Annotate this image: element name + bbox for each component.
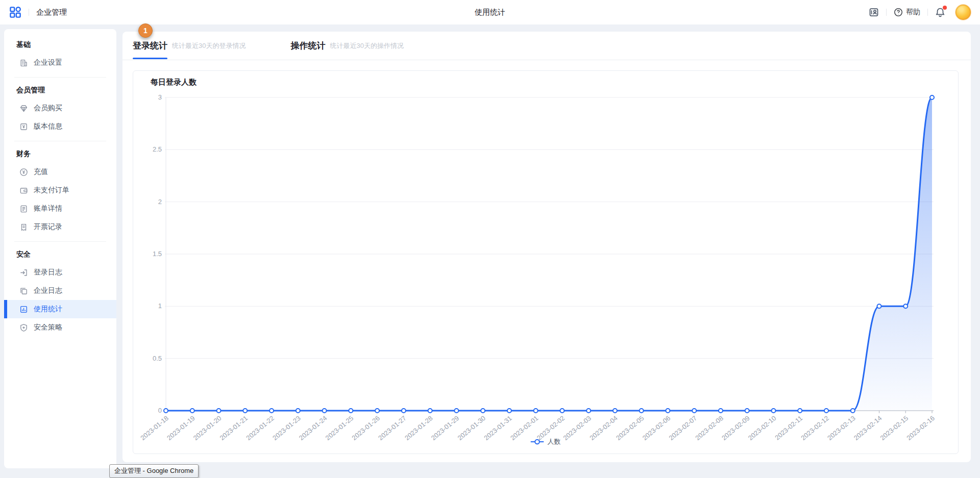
data-point[interactable] — [349, 409, 353, 413]
svg-text:2023-02-04: 2023-02-04 — [588, 414, 619, 442]
sidebar-item-企业设置[interactable]: 企业设置 — [4, 54, 116, 72]
data-point[interactable] — [164, 409, 168, 413]
data-point[interactable] — [375, 409, 379, 413]
sidebar-item-版本信息[interactable]: 版本信息 — [4, 117, 116, 136]
svg-text:2023-02-14: 2023-02-14 — [852, 414, 884, 442]
sidebar-item-账单详情[interactable]: 账单详情 — [4, 199, 116, 218]
data-point[interactable] — [190, 409, 194, 413]
chart-card: 每日登录人数 00.511.522.532023-01-182023-01-19… — [133, 70, 959, 454]
contact-card-icon[interactable] — [869, 7, 879, 17]
data-point[interactable] — [454, 409, 458, 413]
data-point[interactable] — [851, 409, 855, 413]
header-right: 帮助 — [869, 5, 971, 20]
app-grid-icon[interactable] — [9, 6, 21, 18]
svg-text:1: 1 — [158, 302, 162, 310]
sidebar-divider — [14, 77, 106, 78]
data-point[interactable] — [217, 409, 221, 413]
sidebar-section-title: 安全 — [4, 244, 116, 263]
stats-icon — [19, 305, 28, 314]
data-point[interactable] — [296, 409, 300, 413]
sidebar-item-label: 充值 — [34, 167, 48, 177]
question-circle-icon — [894, 8, 903, 17]
svg-text:2023-01-24: 2023-01-24 — [298, 414, 329, 442]
svg-text:2023-01-23: 2023-01-23 — [271, 414, 302, 442]
page: 企业管理 使用统计 — [0, 0, 980, 478]
data-point[interactable] — [745, 409, 749, 413]
svg-text:2: 2 — [158, 198, 162, 206]
svg-text:1.5: 1.5 — [153, 250, 162, 258]
tab-label: 登录统计 — [133, 40, 167, 52]
data-point[interactable] — [560, 409, 564, 413]
shield-icon — [19, 323, 28, 332]
svg-text:2023-01-19: 2023-01-19 — [165, 414, 197, 442]
sidebar-item-label: 开票记录 — [34, 222, 62, 232]
sidebar-item-label: 企业设置 — [34, 58, 62, 67]
sidebar: 基础企业设置会员管理会员购买版本信息财务充值未支付订单账单详情开票记录安全登录日… — [4, 29, 116, 468]
window-tooltip: 企业管理 - Google Chrome — [109, 464, 199, 478]
sidebar-item-登录日志[interactable]: 登录日志 — [4, 263, 116, 282]
data-point[interactable] — [428, 409, 432, 413]
data-point[interactable] — [507, 409, 511, 413]
login-log-icon — [19, 268, 28, 277]
legend-marker-icon — [531, 439, 544, 445]
svg-text:2023-02-12: 2023-02-12 — [799, 414, 830, 442]
sidebar-item-充值[interactable]: 充值 — [4, 163, 116, 181]
data-point[interactable] — [692, 409, 696, 413]
sidebar-item-安全策略[interactable]: 安全策略 — [4, 318, 116, 337]
data-point[interactable] — [877, 304, 881, 308]
svg-text:3: 3 — [158, 93, 162, 101]
data-point[interactable] — [771, 409, 775, 413]
data-point[interactable] — [930, 95, 934, 99]
sidebar-item-开票记录[interactable]: 开票记录 — [4, 218, 116, 236]
chart-legend[interactable]: 人数 — [531, 437, 561, 446]
notification-bell-icon[interactable] — [935, 7, 945, 17]
data-point[interactable] — [534, 409, 538, 413]
data-point[interactable] — [640, 409, 644, 413]
line-chart[interactable]: 00.511.522.532023-01-182023-01-192023-01… — [133, 71, 959, 455]
data-point[interactable] — [481, 409, 485, 413]
data-point[interactable] — [798, 409, 802, 413]
sidebar-item-label: 会员购买 — [34, 104, 62, 113]
help-label: 帮助 — [906, 8, 920, 17]
page-title: 使用统计 — [475, 0, 505, 24]
main-content: 1 登录统计统计最近30天的登录情况操作统计统计最近30天的操作情况 每日登录人… — [122, 32, 971, 462]
svg-text:2023-01-26: 2023-01-26 — [350, 414, 381, 442]
sidebar-section-title: 会员管理 — [4, 80, 116, 99]
data-point[interactable] — [666, 409, 670, 413]
wallet-icon — [19, 186, 28, 195]
app-title: 企业管理 — [36, 8, 67, 17]
data-point[interactable] — [270, 409, 274, 413]
user-avatar[interactable] — [955, 5, 971, 20]
divider — [886, 9, 887, 16]
y-axis-labels: 00.511.522.53 — [153, 93, 162, 414]
data-point[interactable] — [402, 409, 406, 413]
annotation-badge: 1 — [138, 23, 153, 38]
building-icon — [19, 59, 28, 67]
svg-text:2023-02-07: 2023-02-07 — [668, 414, 699, 442]
sidebar-item-使用统计[interactable]: 使用统计 — [4, 300, 116, 318]
svg-text:2023-01-18: 2023-01-18 — [139, 414, 170, 442]
sidebar-section-title: 基础 — [4, 34, 116, 54]
data-point[interactable] — [613, 409, 617, 413]
svg-text:2023-02-09: 2023-02-09 — [720, 414, 751, 442]
data-point[interactable] — [903, 304, 908, 308]
sidebar-item-企业日志[interactable]: 企业日志 — [4, 282, 116, 300]
data-point[interactable] — [323, 409, 327, 413]
help-button[interactable]: 帮助 — [894, 8, 920, 17]
divider — [927, 9, 928, 16]
header-left: 企业管理 — [9, 6, 67, 18]
svg-text:2023-02-08: 2023-02-08 — [694, 414, 725, 442]
svg-text:2023-01-21: 2023-01-21 — [218, 414, 250, 442]
svg-text:2023-01-29: 2023-01-29 — [430, 414, 461, 442]
data-point[interactable] — [824, 409, 828, 413]
sidebar-item-会员购买[interactable]: 会员购买 — [4, 99, 116, 117]
legend-label: 人数 — [548, 437, 561, 446]
svg-text:2023-02-03: 2023-02-03 — [561, 414, 593, 442]
data-point[interactable] — [719, 409, 723, 413]
sidebar-item-未支付订单[interactable]: 未支付订单 — [4, 181, 116, 199]
data-point[interactable] — [243, 409, 247, 413]
tab-操作统计[interactable]: 操作统计统计最近30天的操作情况 — [290, 32, 403, 60]
version-icon — [19, 122, 28, 131]
data-point[interactable] — [586, 409, 591, 413]
svg-text:2023-01-27: 2023-01-27 — [377, 414, 408, 442]
